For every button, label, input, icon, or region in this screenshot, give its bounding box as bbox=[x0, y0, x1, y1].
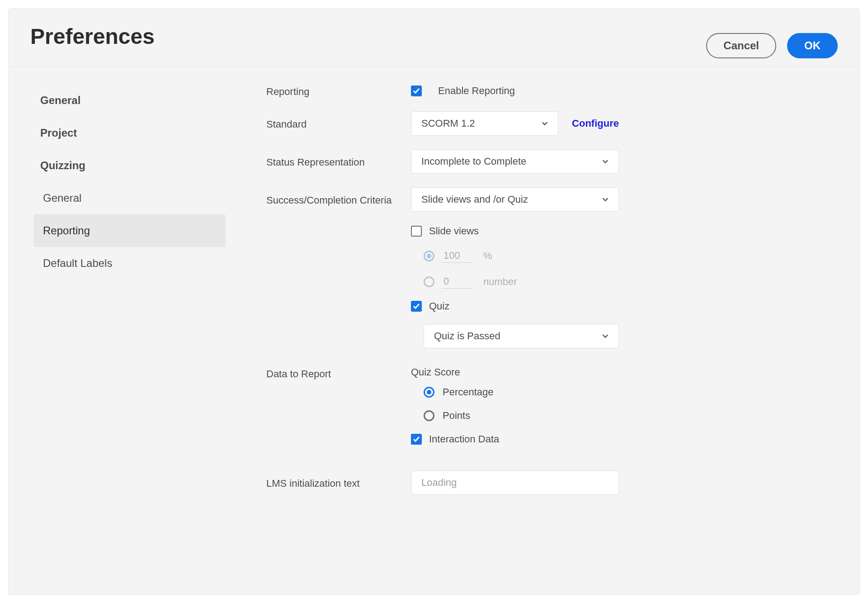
percentage-radio[interactable] bbox=[424, 387, 434, 398]
data-to-report-label: Data to Report bbox=[230, 366, 411, 380]
slide-percent-radio[interactable] bbox=[424, 251, 434, 261]
quiz-checkbox[interactable] bbox=[411, 301, 422, 312]
dialog-header: Preferences Cancel OK bbox=[9, 9, 859, 67]
slide-views-label: Slide views bbox=[429, 225, 479, 237]
form-area: Reporting Enable Reporting Standard SCOR… bbox=[230, 78, 623, 495]
chevron-down-icon bbox=[541, 119, 549, 128]
criteria-select-value: Slide views and /or Quiz bbox=[421, 194, 528, 205]
chevron-down-icon bbox=[601, 332, 609, 340]
sidebar-item-project[interactable]: Project bbox=[34, 117, 226, 149]
lms-init-label: LMS initialization text bbox=[230, 476, 411, 489]
percentage-label: Percentage bbox=[443, 386, 494, 398]
sidebar-item-quiz-general[interactable]: General bbox=[34, 182, 226, 214]
reporting-label: Reporting bbox=[230, 84, 411, 98]
lms-init-input[interactable]: Loading bbox=[411, 470, 619, 495]
ok-button[interactable]: OK bbox=[787, 33, 838, 58]
criteria-label: Success/Completion Criteria bbox=[230, 193, 411, 206]
standard-select-value: SCORM 1.2 bbox=[421, 118, 475, 129]
enable-reporting-checkbox[interactable] bbox=[411, 85, 422, 96]
lms-init-value: Loading bbox=[421, 477, 457, 489]
interaction-data-label: Interaction Data bbox=[429, 433, 499, 445]
sidebar-item-general[interactable]: General bbox=[34, 84, 226, 117]
preferences-dialog: Preferences Cancel OK General Project Qu… bbox=[8, 8, 860, 595]
slide-percent-unit: % bbox=[483, 250, 492, 262]
slide-number-input[interactable] bbox=[442, 275, 472, 289]
enable-reporting-label: Enable Reporting bbox=[438, 85, 515, 97]
sidebar-item-quizzing[interactable]: Quizzing bbox=[34, 149, 226, 182]
points-radio[interactable] bbox=[424, 410, 434, 421]
chevron-down-icon bbox=[601, 157, 609, 166]
quiz-select-value: Quiz is Passed bbox=[434, 330, 500, 342]
quiz-label: Quiz bbox=[429, 300, 449, 312]
quiz-score-label: Quiz Score bbox=[411, 366, 619, 378]
chevron-down-icon bbox=[601, 195, 609, 204]
slide-percent-input[interactable] bbox=[442, 249, 472, 263]
standard-label: Standard bbox=[230, 117, 411, 130]
criteria-select[interactable]: Slide views and /or Quiz bbox=[411, 187, 619, 212]
quiz-select[interactable]: Quiz is Passed bbox=[424, 324, 619, 348]
cancel-button[interactable]: Cancel bbox=[706, 33, 776, 58]
slide-number-radio[interactable] bbox=[424, 276, 434, 287]
slide-views-checkbox[interactable] bbox=[411, 226, 422, 237]
configure-link[interactable]: Configure bbox=[572, 118, 619, 129]
page-title: Preferences bbox=[30, 24, 155, 49]
sidebar-item-quiz-reporting[interactable]: Reporting bbox=[34, 214, 226, 247]
status-label: Status Representation bbox=[230, 155, 411, 168]
sidebar-item-quiz-labels[interactable]: Default Labels bbox=[34, 247, 226, 280]
sidebar: General Project Quizzing General Reporti… bbox=[9, 78, 230, 495]
status-select[interactable]: Incomplete to Complete bbox=[411, 149, 619, 174]
slide-number-unit: number bbox=[483, 276, 517, 288]
standard-select[interactable]: SCORM 1.2 bbox=[411, 111, 558, 136]
status-select-value: Incomplete to Complete bbox=[421, 156, 526, 167]
points-label: Points bbox=[443, 410, 470, 422]
dialog-actions: Cancel OK bbox=[706, 33, 838, 58]
interaction-data-checkbox[interactable] bbox=[411, 434, 422, 445]
